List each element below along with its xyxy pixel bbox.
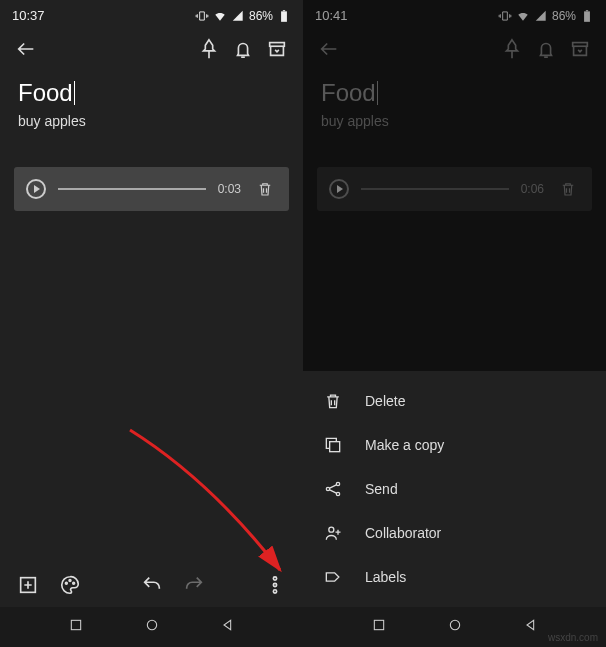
back-button[interactable]: [14, 37, 38, 61]
audio-track[interactable]: [58, 188, 206, 190]
menu-collaborator[interactable]: Collaborator: [303, 511, 606, 555]
svg-rect-14: [573, 43, 588, 47]
status-icons: 86%: [498, 9, 594, 23]
battery-icon: [277, 9, 291, 23]
reminder-button[interactable]: [231, 37, 255, 61]
vibrate-icon: [498, 9, 512, 23]
label-icon: [323, 567, 343, 587]
battery-icon: [580, 9, 594, 23]
svg-rect-1: [283, 10, 285, 11]
note-title-input[interactable]: Food: [321, 79, 376, 107]
svg-point-9: [273, 590, 276, 593]
svg-point-16: [326, 487, 329, 490]
svg-point-4: [65, 582, 67, 584]
pin-button[interactable]: [197, 37, 221, 61]
battery-pct: 86%: [249, 9, 273, 23]
back-button[interactable]: [317, 37, 341, 61]
android-navbar: [0, 607, 303, 647]
clock: 10:37: [12, 8, 45, 23]
audio-attachment: 0:06: [317, 167, 592, 211]
svg-point-5: [69, 580, 71, 582]
svg-point-17: [336, 482, 339, 485]
reminder-button[interactable]: [534, 37, 558, 61]
phone-right: 10:41 86% Food buy apples 0:06 Delete: [303, 0, 606, 647]
svg-point-18: [336, 492, 339, 495]
svg-rect-12: [584, 11, 590, 21]
note-title-input[interactable]: Food: [18, 79, 73, 107]
clock: 10:41: [315, 8, 348, 23]
menu-label: Delete: [365, 393, 405, 409]
person-add-icon: [323, 523, 343, 543]
copy-icon: [323, 435, 343, 455]
delete-audio-button[interactable]: [253, 177, 277, 201]
palette-button[interactable]: [58, 573, 82, 597]
redo-button[interactable]: [182, 573, 206, 597]
signal-icon: [534, 9, 548, 23]
svg-rect-20: [374, 620, 383, 629]
svg-rect-0: [281, 11, 287, 21]
archive-button[interactable]: [265, 37, 289, 61]
vibrate-icon: [195, 9, 209, 23]
wifi-icon: [213, 9, 227, 23]
status-bar: 10:37 86%: [0, 0, 303, 27]
menu-label: Make a copy: [365, 437, 444, 453]
audio-duration: 0:03: [218, 182, 241, 196]
top-app-bar: [0, 27, 303, 71]
archive-button[interactable]: [568, 37, 592, 61]
pin-button[interactable]: [500, 37, 524, 61]
share-icon: [323, 479, 343, 499]
menu-label: Send: [365, 481, 398, 497]
menu-delete[interactable]: Delete: [303, 379, 606, 423]
svg-point-11: [147, 620, 156, 629]
menu-make-copy[interactable]: Make a copy: [303, 423, 606, 467]
svg-rect-10: [71, 620, 80, 629]
audio-attachment: 0:03: [14, 167, 289, 211]
wifi-icon: [516, 9, 530, 23]
menu-labels[interactable]: Labels: [303, 555, 606, 599]
bottom-sheet-menu: Delete Make a copy Send Collaborator Lab…: [303, 371, 606, 607]
nav-home[interactable]: [144, 617, 160, 637]
svg-point-21: [450, 620, 459, 629]
nav-home[interactable]: [447, 617, 463, 637]
delete-audio-button[interactable]: [556, 177, 580, 201]
menu-send[interactable]: Send: [303, 467, 606, 511]
nav-recent[interactable]: [68, 617, 84, 637]
svg-rect-15: [330, 442, 340, 452]
audio-track[interactable]: [361, 188, 509, 190]
menu-label: Collaborator: [365, 525, 441, 541]
play-button[interactable]: [329, 179, 349, 199]
svg-point-6: [73, 582, 75, 584]
add-button[interactable]: [16, 573, 40, 597]
svg-point-19: [329, 527, 334, 532]
status-icons: 86%: [195, 9, 291, 23]
svg-point-8: [273, 583, 276, 586]
svg-rect-2: [270, 43, 285, 47]
watermark: wsxdn.com: [548, 632, 598, 643]
status-bar: 10:41 86%: [303, 0, 606, 27]
top-app-bar: [303, 27, 606, 71]
nav-back[interactable]: [523, 617, 539, 637]
svg-point-7: [273, 577, 276, 580]
menu-label: Labels: [365, 569, 406, 585]
play-button[interactable]: [26, 179, 46, 199]
undo-button[interactable]: [140, 573, 164, 597]
audio-duration: 0:06: [521, 182, 544, 196]
signal-icon: [231, 9, 245, 23]
note-body: Food buy apples: [0, 71, 303, 167]
note-body: Food buy apples: [303, 71, 606, 167]
note-content-input[interactable]: buy apples: [321, 113, 588, 129]
phone-left: 10:37 86% Food buy apples 0:03: [0, 0, 303, 647]
nav-back[interactable]: [220, 617, 236, 637]
note-content-input[interactable]: buy apples: [18, 113, 285, 129]
trash-icon: [323, 391, 343, 411]
nav-recent[interactable]: [371, 617, 387, 637]
bottom-toolbar: [0, 563, 303, 607]
battery-pct: 86%: [552, 9, 576, 23]
more-button[interactable]: [263, 573, 287, 597]
svg-rect-13: [586, 10, 588, 11]
